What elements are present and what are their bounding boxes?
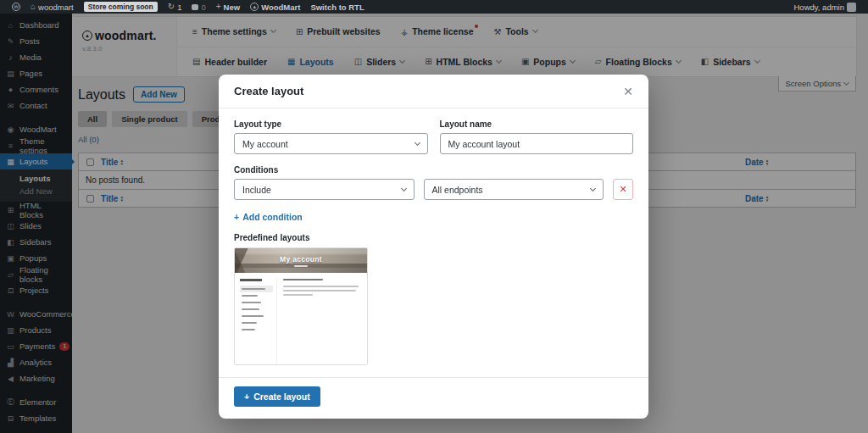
coming-soon-label: Store coming soon (84, 2, 158, 12)
mini-menu-item (240, 286, 273, 292)
rtl-label: Switch to RTL (310, 3, 364, 12)
mini-menu-item (240, 292, 273, 299)
new-label: New (224, 3, 241, 12)
thumbnail-account-content (283, 278, 362, 364)
comments-menu[interactable]: 0 (186, 0, 210, 14)
predefined-layouts-label: Predefined layouts (234, 233, 633, 242)
chevron-down-icon (400, 185, 406, 191)
conditions-label: Conditions (234, 165, 633, 175)
create-layout-button[interactable]: + Create layout (234, 386, 320, 407)
plus-icon: + (234, 212, 239, 222)
thumbnail-hero-image: My account (235, 248, 367, 273)
switch-rtl-menu[interactable]: Switch to RTL (305, 0, 369, 14)
updates-icon: ↻ (168, 3, 175, 11)
site-name-menu[interactable]: ⌂ woodmart (25, 0, 79, 14)
account-menu[interactable]: Howdy, admin (789, 0, 862, 14)
chevron-down-icon (590, 185, 596, 191)
layout-type-label: Layout type (234, 119, 428, 129)
add-condition-link[interactable]: + Add condition (234, 212, 303, 222)
mini-menu-item (240, 313, 273, 319)
thumbnail-title: My account (280, 255, 322, 264)
mini-menu-item (240, 299, 273, 306)
avatar (847, 3, 856, 12)
layout-name-label: Layout name (440, 119, 634, 129)
plus-icon: + (244, 391, 249, 402)
mini-menu-heading (240, 279, 262, 281)
plus-icon: + (216, 3, 221, 11)
home-icon: ⌂ (31, 3, 36, 11)
mini-menu-item (240, 306, 273, 313)
comments-icon (192, 4, 198, 10)
mini-menu-item (240, 326, 273, 333)
mini-content-line (283, 286, 359, 287)
woodmart-label: WoodMart (261, 3, 300, 12)
coming-soon-badge[interactable]: Store coming soon (79, 0, 163, 14)
site-name-label: woodmart (38, 3, 74, 12)
woodmart-icon: ▲ (250, 3, 259, 11)
mini-menu-item (240, 319, 273, 326)
thumbnail-account-menu (240, 278, 277, 364)
admin-bar: W ⌂ woodmart Store coming soon ↻ 1 0 + N… (0, 0, 868, 14)
predefined-layout-thumbnail[interactable]: My account (234, 247, 368, 365)
modal-title: Create layout (234, 85, 303, 97)
wordpress-icon: W (12, 3, 20, 11)
new-content-menu[interactable]: + New (211, 0, 245, 14)
mini-content-line (283, 290, 356, 291)
wp-logo-menu[interactable]: W (7, 0, 25, 14)
updates-count: 1 (177, 3, 181, 12)
create-layout-modal: Create layout ✕ Layout type My account L… (219, 75, 648, 419)
woodmart-menu[interactable]: ▲ WoodMart (245, 0, 305, 14)
condition-type-select[interactable]: Include (234, 179, 415, 200)
howdy-label: Howdy, admin (794, 3, 845, 12)
remove-condition-button[interactable]: ✕ (613, 179, 633, 200)
close-icon[interactable]: ✕ (623, 86, 633, 97)
thumbnail-breadcrumb (294, 265, 308, 267)
layout-type-select[interactable]: My account (234, 133, 428, 154)
mini-content-line (283, 294, 313, 296)
chevron-down-icon (414, 139, 420, 145)
mini-content-line (283, 279, 323, 280)
condition-value-select[interactable]: All endpoints (424, 179, 604, 200)
comments-count: 0 (201, 3, 205, 12)
updates-menu[interactable]: ↻ 1 (163, 0, 187, 14)
layout-name-input[interactable] (440, 133, 634, 154)
thumbnail-page-preview (235, 273, 367, 364)
